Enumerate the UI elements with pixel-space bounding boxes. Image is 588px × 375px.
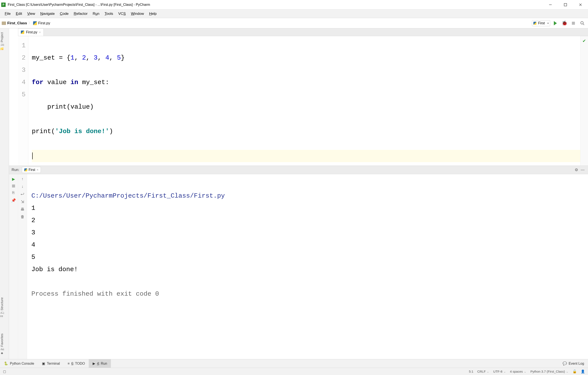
soft-wrap-button[interactable]: ⮐ — [21, 192, 24, 196]
main-area: 📁 1: Project ⠿ 7: Structure ★ 2: Favorit… — [0, 28, 588, 359]
python-file-icon — [33, 21, 37, 25]
stop-run-button[interactable] — [12, 184, 15, 188]
breadcrumb-project[interactable]: First_Class — [7, 21, 27, 25]
status-line-separator[interactable]: CRLF — [477, 370, 486, 373]
run-tab-first[interactable]: First × — [22, 167, 41, 173]
status-rect-icon[interactable]: ▢ — [3, 370, 6, 374]
run-console[interactable]: C:/Users/User/PycharmProjects/First_Clas… — [27, 174, 588, 359]
close-tab-icon[interactable]: × — [39, 31, 41, 34]
left-tool-window-bar: 📁 1: Project ⠿ 7: Structure ★ 2: Favorit… — [0, 28, 9, 359]
code-line-4[interactable]: print('Job is done!') — [32, 125, 580, 138]
close-run-tab-icon[interactable]: × — [37, 168, 39, 172]
text-caret — [32, 152, 33, 159]
console-exit-message: Process finished with exit code 0 — [31, 290, 159, 298]
status-interpreter[interactable]: Python 3.7 (First_Class) — [530, 370, 565, 373]
menu-help[interactable]: Help — [147, 12, 159, 16]
hector-inspector-icon[interactable]: 👤 — [581, 369, 585, 374]
line-number-gutter: 1 2 3 4 5 — [18, 36, 28, 166]
play-icon — [554, 21, 557, 25]
code-line-2[interactable]: for value in my_set: — [32, 76, 580, 89]
menu-run[interactable]: Run — [90, 12, 102, 16]
up-stack-button[interactable]: ↑ — [21, 177, 23, 181]
read-only-lock-icon[interactable]: 🔓 — [573, 369, 577, 374]
editor-tabs: First.py × — [18, 28, 588, 36]
code-line-1[interactable]: my_set = {1, 2, 3, 4, 5} — [32, 52, 580, 64]
menu-navigate[interactable]: Navigate — [38, 12, 57, 16]
bug-icon: 🐞 — [562, 21, 567, 26]
sidebar-tab-favorites[interactable]: ★ 2: Favorites — [0, 332, 9, 357]
stop-button[interactable] — [569, 19, 577, 27]
menu-window[interactable]: Window — [128, 12, 146, 16]
editor-tab-first-py[interactable]: First.py × — [18, 28, 44, 36]
status-indent[interactable]: 4 spaces — [510, 370, 523, 373]
code-content[interactable]: my_set = {1, 2, 3, 4, 5} for value in my… — [28, 36, 580, 166]
debug-button[interactable]: 🐞 — [560, 19, 568, 27]
window-title: First_Class [C:\Users\User\PycharmProjec… — [8, 3, 150, 7]
search-icon — [580, 21, 585, 25]
status-encoding[interactable]: UTF-8 — [493, 370, 503, 373]
bottom-tool-window-bar: 🐍 Python Console ▣ Terminal ≡ 6: TODO ▶ … — [0, 359, 588, 368]
svg-point-4 — [581, 21, 583, 24]
layout-button[interactable]: ⎘ — [12, 191, 15, 195]
close-button[interactable] — [573, 0, 588, 10]
window-controls — [543, 0, 588, 10]
run-toolbar-column-1: ▶ ⎘ 📌 — [9, 174, 18, 359]
center-column: First.py × 1 2 3 4 5 my_set = {1, 2, 3, … — [9, 28, 588, 359]
code-line-3[interactable]: print(value) — [32, 101, 580, 113]
minimize-button[interactable] — [543, 0, 558, 10]
event-log-icon: 💬 — [563, 362, 567, 365]
settings-icon[interactable]: ⚙ — [575, 168, 578, 172]
bottom-tab-run[interactable]: ▶ 4: Run — [89, 359, 111, 368]
maximize-button[interactable] — [558, 0, 573, 10]
status-bar: ▢ 5:1 CRLF ⌄ UTF-8 ⌄ 4 spaces ⌄ Python 3… — [0, 368, 588, 375]
pin-button[interactable]: 📌 — [11, 198, 16, 203]
bottom-tab-python-console[interactable]: 🐍 Python Console — [0, 359, 38, 368]
titlebar: First_Class [C:\Users\User\PycharmProjec… — [0, 0, 588, 10]
hide-panel-icon[interactable]: — — [581, 168, 585, 172]
bottom-tab-terminal[interactable]: ▣ Terminal — [38, 359, 64, 368]
menubar: File Edit View Navigate Code Refactor Ru… — [0, 10, 588, 18]
inspection-ok-icon[interactable]: ✔ — [582, 38, 586, 43]
menu-vcs[interactable]: VCS — [116, 12, 128, 16]
sidebar-tab-structure[interactable]: ⠿ 7: Structure — [0, 296, 9, 319]
menu-view[interactable]: View — [25, 12, 38, 16]
pycharm-icon — [1, 3, 6, 7]
console-output-line: 2 — [31, 217, 35, 224]
menu-edit[interactable]: Edit — [13, 12, 24, 16]
breadcrumb: First_Class 〉 First.py — [2, 21, 50, 25]
menu-code[interactable]: Code — [57, 12, 71, 16]
menu-file[interactable]: File — [2, 12, 13, 16]
code-editor[interactable]: 1 2 3 4 5 my_set = {1, 2, 3, 4, 5} for v… — [9, 36, 580, 166]
folder-icon — [2, 21, 6, 25]
code-line-5[interactable] — [32, 150, 580, 162]
editor-tab-label: First.py — [26, 30, 37, 34]
editor-right-gutter: ✔ — [580, 36, 588, 166]
run-configuration-selector[interactable]: First — [532, 20, 550, 26]
event-log-button[interactable]: 💬 Event Log — [563, 359, 588, 368]
sidebar-tab-project[interactable]: 📁 1: Project — [0, 31, 9, 53]
status-caret-position[interactable]: 5:1 — [469, 370, 473, 373]
breadcrumb-file[interactable]: First.py — [38, 21, 50, 25]
menu-tools[interactable]: Tools — [102, 12, 116, 16]
python-file-icon — [21, 31, 24, 34]
run-tab-label: First — [29, 168, 35, 172]
menu-refactor[interactable]: Refactor — [71, 12, 90, 16]
down-stack-button[interactable]: ↓ — [21, 184, 23, 189]
navigation-bar: First_Class 〉 First.py First 🐞 — [0, 18, 588, 28]
print-button[interactable]: 🖶 — [21, 207, 24, 212]
bottom-tab-todo[interactable]: ≡ 6: TODO — [64, 359, 89, 368]
run-button[interactable] — [551, 19, 559, 27]
run-tool-window: ▶ ⎘ 📌 ↑ ↓ ⮐ ⇲ 🖶 🗑 C:/Users/User/PycharmP… — [9, 174, 588, 359]
run-tool-window-header: Run: First × ⚙ — — [9, 166, 588, 174]
console-path: C:/Users/User/PycharmProjects/First_Clas… — [31, 192, 225, 200]
python-file-icon — [24, 168, 27, 171]
clear-all-button[interactable]: 🗑 — [21, 214, 24, 219]
console-output-line: 5 — [31, 254, 35, 261]
search-everywhere-button[interactable] — [578, 19, 586, 27]
scroll-to-end-button[interactable]: ⇲ — [21, 199, 24, 204]
stop-icon — [572, 22, 575, 25]
breadcrumb-separator: 〉 — [28, 21, 32, 25]
run-label: Run: — [12, 168, 19, 172]
rerun-button[interactable]: ▶ — [12, 177, 15, 182]
console-output-line: Job is done! — [31, 266, 78, 273]
